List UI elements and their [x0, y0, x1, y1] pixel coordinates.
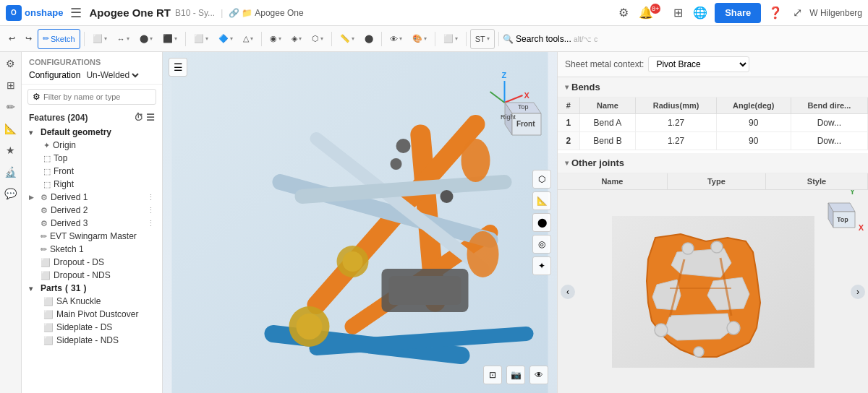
- svg-point-14: [343, 251, 363, 272]
- tree-sideplate-nds[interactable]: ⬜ Sideplate - NDS: [22, 334, 162, 347]
- bend-radius: 1.27: [636, 114, 716, 132]
- view-btn[interactable]: 👁: [529, 366, 548, 384]
- camera-btn[interactable]: 📷: [506, 366, 525, 384]
- col-angle: Angle(deg): [716, 98, 791, 114]
- config-select[interactable]: Un-Welded: [83, 69, 141, 81]
- tree-item-label: Derived 1: [51, 192, 88, 202]
- view-cube[interactable]: Front Top Right: [490, 92, 548, 142]
- table-row[interactable]: 1 Bend A 1.27 90 Dow...: [558, 114, 868, 132]
- feature-icon-btn[interactable]: ⚙: [616, 4, 631, 21]
- list-toggle-btn[interactable]: ☰: [169, 58, 187, 77]
- tb-fillet-btn[interactable]: ◉▾: [265, 29, 286, 49]
- sketch-button[interactable]: ✏ Sketch: [38, 29, 80, 49]
- viewport-background: Z X Front Top Right: [163, 52, 557, 393]
- tb-mirror-btn[interactable]: ↔▾: [113, 29, 134, 49]
- tree-sa-knuckle[interactable]: ⬜ SA Knuckle: [22, 295, 162, 308]
- right-panel: Sheet metal context: Pivot Brace Sidepla…: [557, 52, 868, 393]
- table-row[interactable]: 2 Bend B 1.27 90 Dow...: [558, 132, 868, 150]
- tree-parts-section[interactable]: ▾ Parts (31): [22, 282, 162, 295]
- tree-origin[interactable]: ✦ Origin: [22, 139, 162, 152]
- tb-measure-btn[interactable]: 📏▾: [336, 29, 359, 49]
- next-btn[interactable]: ›: [851, 285, 865, 299]
- left-icon-measure[interactable]: 📐: [3, 121, 18, 136]
- filter-input[interactable]: [43, 92, 151, 101]
- 3d-viewport[interactable]: Z X Front Top Right: [163, 52, 557, 393]
- globe-icon-btn[interactable]: 🌐: [690, 4, 710, 21]
- tb-mate-btn[interactable]: ⬤: [360, 29, 378, 49]
- undo-button[interactable]: ↩: [4, 29, 20, 49]
- share-button[interactable]: Share: [715, 3, 761, 23]
- tree-derived3[interactable]: ⚙ Derived 3 ⋮: [22, 217, 162, 230]
- tb-chamfer-btn[interactable]: ◈▾: [287, 29, 306, 49]
- history-icon[interactable]: ⏱: [134, 112, 143, 123]
- tb-construct-btn[interactable]: ⬜▾: [88, 29, 111, 49]
- context-select[interactable]: Pivot Brace Sideplate - DS Sideplate - N…: [648, 56, 749, 72]
- tree-dropout-ds[interactable]: ⬜ Dropout - DS: [22, 256, 162, 269]
- left-icon-strip: ⚙ ⊞ ✏ 📐 ★ 🔬 💬: [0, 52, 22, 393]
- tb-view-btn[interactable]: 👁▾: [386, 29, 407, 49]
- left-icon-assembly[interactable]: ⊞: [5, 78, 17, 92]
- tb-render-btn[interactable]: 🎨▾: [408, 29, 431, 49]
- left-icon-parts[interactable]: ⚙: [4, 56, 17, 71]
- tree-top[interactable]: ⬚ Top: [22, 152, 162, 165]
- derived3-action-icon[interactable]: ⋮: [147, 219, 155, 228]
- grid-icon-btn[interactable]: ⊞: [671, 4, 686, 21]
- left-icon-sketch[interactable]: ✏: [5, 100, 17, 114]
- tb-display-btn[interactable]: ⬜▾: [439, 29, 462, 49]
- viewport-list-icon[interactable]: ☰: [169, 58, 187, 77]
- tree-dropout-nds[interactable]: ⬜ Dropout - NDS: [22, 269, 162, 282]
- derived2-action-icon[interactable]: ⋮: [147, 206, 155, 215]
- tree-derived1[interactable]: ▶ ⚙ Derived 1 ⋮: [22, 191, 162, 204]
- expand-icon-btn[interactable]: ⤢: [790, 4, 805, 21]
- tree-right[interactable]: ⬚ Right: [22, 178, 162, 191]
- left-icon-render[interactable]: 💬: [3, 186, 18, 201]
- tree-derived2[interactable]: ⚙ Derived 2 ⋮: [22, 204, 162, 217]
- bends-section-title[interactable]: ▾ Bends: [558, 77, 868, 98]
- tb-3d-btn[interactable]: ⬜▾: [190, 29, 213, 49]
- divider6: [435, 32, 435, 46]
- tree-default-geometry[interactable]: ▾ Default geometry: [22, 126, 162, 139]
- right-arrow[interactable]: ›: [851, 285, 865, 299]
- section-btn[interactable]: ⬤: [532, 213, 551, 232]
- tree-main-pivot[interactable]: ⬜ Main Pivot Dustcover: [22, 308, 162, 321]
- prev-btn[interactable]: ‹: [561, 285, 575, 299]
- search-tools-box[interactable]: 🔍 Search tools... alt/⌥ c: [503, 34, 598, 44]
- help-button[interactable]: ❓: [765, 4, 786, 21]
- explode-btn[interactable]: ✦: [532, 256, 551, 275]
- svg-point-18: [391, 158, 402, 170]
- tree-front[interactable]: ⬚ Front: [22, 165, 162, 178]
- other-joints-title[interactable]: ▾ Other joints: [558, 153, 868, 173]
- zoom-fit-btn[interactable]: ⊡: [483, 366, 502, 384]
- main-area: ⚙ ⊞ ✏ 📐 ★ 🔬 💬 Configurations Configurati…: [0, 52, 868, 393]
- tb-st-btn[interactable]: ST▾: [470, 29, 495, 49]
- tree-sideplate-ds[interactable]: ⬜ Sideplate - DS: [22, 321, 162, 334]
- tb-loft-btn[interactable]: △▾: [239, 29, 258, 49]
- tree-evt[interactable]: ✏ EVT Swingarm Master: [22, 230, 162, 243]
- features-actions: ⏱ ☰: [134, 112, 155, 123]
- left-icon-feature[interactable]: ★: [4, 143, 17, 157]
- hamburger-button[interactable]: ☰: [67, 4, 85, 22]
- sidebar: Configurations Configuration Un-Welded ⚙…: [22, 52, 163, 393]
- tree-item-label: Derived 2: [51, 205, 88, 215]
- tb-sweep-btn[interactable]: 🔷▾: [214, 29, 237, 49]
- measure-viewport-btn[interactable]: 📐: [532, 191, 551, 210]
- divider3: [261, 32, 262, 46]
- left-arrow[interactable]: ‹: [561, 285, 575, 299]
- redo-button[interactable]: ↪: [21, 29, 36, 49]
- sheet-metal-label: Sheet metal context:: [565, 59, 644, 69]
- list-icon[interactable]: ☰: [146, 112, 155, 123]
- tree-sketch1[interactable]: ✏ Sketch 1: [22, 243, 162, 256]
- tree-item-label: Sideplate - NDS: [56, 335, 119, 345]
- hide-btn[interactable]: ◎: [532, 235, 551, 254]
- left-icon-material[interactable]: 🔬: [3, 165, 18, 179]
- derived-action-icon[interactable]: ⋮: [147, 193, 155, 202]
- tb-circ-btn[interactable]: ⬤▾: [135, 29, 157, 49]
- tree-item-label: Right: [54, 179, 74, 189]
- parts-count: 31: [71, 283, 80, 293]
- perspective-btn[interactable]: ⬡: [532, 170, 551, 189]
- tree-item-label: Derived 3: [51, 218, 88, 228]
- part-preview: Top Y X ‹ ›: [558, 190, 868, 393]
- tb-extrude-btn[interactable]: ⬛▾: [158, 29, 182, 49]
- tb-shell-btn[interactable]: ⬡▾: [307, 29, 328, 49]
- svg-rect-10: [389, 276, 461, 305]
